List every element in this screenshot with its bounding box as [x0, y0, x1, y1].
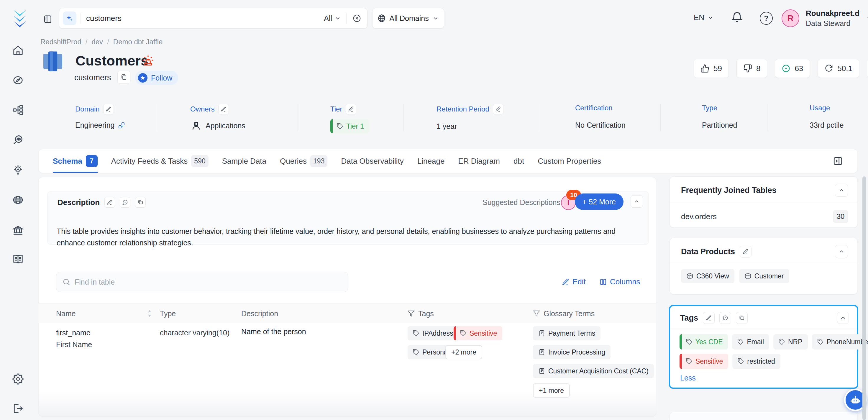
collapse-data-products-button[interactable] [835, 245, 848, 258]
scrollbar[interactable] [862, 176, 866, 420]
upvotes-button[interactable]: 59 [694, 59, 729, 78]
tab-activity-feeds[interactable]: Activity Feeds & Tasks 590 [111, 149, 209, 173]
tag-chip[interactable]: NRP [773, 334, 808, 350]
compass-icon[interactable] [12, 74, 24, 86]
header-description[interactable]: Description [241, 303, 278, 324]
show-less-link[interactable]: Less [670, 369, 857, 382]
search-scope-dropdown[interactable]: All [324, 14, 346, 23]
tag-chip[interactable]: Email [732, 334, 769, 350]
column-name[interactable]: first_name [56, 329, 91, 337]
lineage-sitemap-icon[interactable] [12, 104, 24, 116]
divider [298, 104, 298, 131]
glossary-term-chip[interactable]: Payment Terms [533, 326, 600, 340]
header-glossary[interactable]: Glossary Terms [533, 303, 595, 324]
domain-value[interactable]: Engineering [75, 121, 115, 129]
comment-tags-button[interactable] [719, 312, 731, 324]
edit-domain-button[interactable] [103, 104, 114, 115]
follow-button[interactable]: Follow [135, 71, 178, 85]
downvotes-button[interactable]: 8 [737, 59, 767, 78]
more-tags-chip[interactable]: +2 more [445, 345, 482, 359]
home-icon[interactable] [12, 45, 24, 56]
all-domains-dropdown[interactable]: All Domains [372, 8, 444, 29]
header-type[interactable]: Type [160, 303, 176, 324]
globe-icon[interactable] [12, 194, 24, 206]
header-tags[interactable]: Tags [408, 303, 434, 324]
tab-data-observability[interactable]: Data Observability [341, 149, 403, 173]
edit-owners-button[interactable] [218, 104, 229, 115]
data-product-chip[interactable]: C360 View [681, 269, 734, 283]
tag-chip[interactable]: Sensitive [680, 354, 728, 369]
collapse-tags-button[interactable] [837, 312, 849, 324]
more-actions-button[interactable] [867, 59, 868, 78]
tag-chip[interactable]: restricted [732, 354, 780, 369]
discover-search-icon[interactable] [12, 134, 24, 145]
manage-columns-button[interactable]: Columns [599, 277, 640, 287]
tab-lineage[interactable]: Lineage [417, 149, 445, 173]
edit-tier-button[interactable] [346, 104, 356, 115]
language-label: EN [694, 13, 704, 22]
chevron-down-icon [707, 14, 714, 21]
tab-dbt[interactable]: dbt [514, 149, 524, 173]
find-in-table-input[interactable] [74, 278, 342, 287]
collapse-joined-button[interactable] [835, 184, 848, 197]
tab-label: Activity Feeds & Tasks [111, 157, 188, 166]
tab-sample-data[interactable]: Sample Data [222, 149, 266, 173]
data-product-chip[interactable]: Customer [739, 269, 789, 283]
settings-gear-icon[interactable] [12, 373, 24, 385]
tag-chip[interactable]: Sensitive [454, 326, 502, 340]
chevron-up-icon [838, 248, 845, 255]
find-in-table[interactable] [56, 272, 348, 292]
edit-description-button[interactable] [104, 197, 115, 208]
global-search-input[interactable] [86, 14, 324, 23]
tab-schema[interactable]: Schema 7 [53, 149, 98, 173]
more-glossary-chip[interactable]: +1 more [533, 384, 570, 398]
health-score-button[interactable]: 63 [775, 59, 810, 78]
collapse-description-button[interactable] [630, 195, 643, 208]
tag-chip[interactable]: Yes CDE [680, 334, 728, 350]
global-search-bar[interactable]: All [59, 8, 368, 29]
freshness-button[interactable]: 50.1 [817, 59, 859, 78]
breadcrumb-item[interactable]: dev [91, 38, 103, 46]
logout-icon[interactable] [12, 403, 24, 414]
breadcrumb-item[interactable]: Demo dbt Jaffle [113, 38, 163, 46]
tier-badge[interactable]: Tier 1 [330, 119, 369, 133]
tab-custom-properties[interactable]: Custom Properties [538, 149, 601, 173]
copy-description-button[interactable] [135, 197, 146, 208]
edit-retention-button[interactable] [493, 104, 503, 115]
tab-queries[interactable]: Queries 193 [280, 149, 328, 173]
comment-description-button[interactable] [120, 197, 130, 208]
description-text: This table provides insights into custom… [57, 226, 626, 249]
announcement-siren-icon[interactable] [142, 54, 155, 67]
breadcrumb-item[interactable]: RedshiftProd [40, 38, 82, 46]
data-product-label: Customer [754, 272, 784, 280]
expand-side-panel-button[interactable] [833, 156, 843, 167]
glossary-term-chip[interactable]: Invoice Processing [533, 345, 611, 359]
edit-tags-button[interactable] [703, 312, 715, 324]
tab-er-diagram[interactable]: ER Diagram [458, 149, 500, 173]
glossary-term-chip[interactable]: Customer Acquisition Cost (CAC) [533, 364, 654, 378]
sort-name-button[interactable] [147, 303, 152, 324]
joined-table-link[interactable]: dev.orders [681, 212, 717, 221]
collapse-left-panel-button[interactable] [41, 13, 54, 26]
app-logo[interactable] [10, 8, 30, 29]
language-selector[interactable]: EN [694, 13, 714, 22]
edit-columns-button[interactable]: Edit [562, 277, 586, 287]
glossary-book-icon[interactable] [12, 253, 24, 265]
help-button[interactable]: ? [760, 12, 773, 25]
tag-chip[interactable]: IPAddress [408, 326, 458, 340]
filter-funnel-icon [408, 310, 415, 317]
governance-bank-icon[interactable] [12, 224, 24, 236]
clear-search-button[interactable] [346, 14, 367, 23]
table-row[interactable]: first_name First Name character varying(… [38, 323, 656, 412]
notifications-button[interactable] [731, 11, 743, 24]
user-menu[interactable]: R Rounakpreet.d Data Steward [782, 9, 868, 28]
copy-tags-button[interactable] [736, 312, 748, 324]
copy-name-button[interactable] [117, 71, 130, 84]
tag-chip[interactable]: PhoneNumber [812, 334, 868, 350]
edit-data-products-button[interactable] [740, 246, 751, 258]
insights-bulb-icon[interactable] [12, 164, 24, 176]
glossary-term-label: +1 more [539, 387, 564, 395]
owners-value[interactable]: Applications [206, 121, 245, 130]
more-suggestions-button[interactable]: + 52 More [575, 193, 623, 210]
header-name[interactable]: Name [56, 303, 76, 324]
